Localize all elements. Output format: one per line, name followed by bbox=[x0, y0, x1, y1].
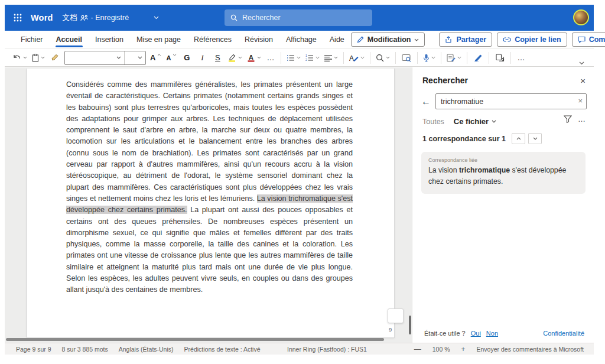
result-text: La vision trichromatique s'est développé… bbox=[428, 165, 578, 187]
chevron-down-icon bbox=[41, 56, 45, 59]
status-word-count[interactable]: 8 sur 3 885 mots bbox=[57, 346, 113, 353]
previous-match-button[interactable] bbox=[512, 133, 525, 144]
find-search-input[interactable] bbox=[435, 93, 587, 109]
undo-icon bbox=[12, 54, 21, 61]
tab-accueil[interactable]: Accueil bbox=[50, 31, 89, 48]
svg-text:A: A bbox=[349, 54, 354, 62]
tab-aide[interactable]: Aide bbox=[323, 31, 351, 48]
search-icon bbox=[230, 14, 238, 21]
chevron-down-icon bbox=[138, 56, 142, 59]
format-painter-button[interactable] bbox=[48, 51, 62, 65]
svg-text:A: A bbox=[249, 54, 253, 61]
font-overflow-button[interactable]: … bbox=[264, 53, 277, 62]
bullets-button[interactable] bbox=[285, 51, 302, 65]
title-chevron-down-icon[interactable] bbox=[154, 16, 159, 20]
status-page-count[interactable]: Page 9 sur 9 bbox=[11, 346, 57, 353]
underline-button[interactable]: S bbox=[210, 51, 225, 65]
chevron-down-icon bbox=[414, 38, 419, 41]
chevron-down-icon bbox=[533, 137, 538, 140]
font-size-select[interactable] bbox=[124, 51, 145, 64]
zoom-in-button[interactable]: + bbox=[456, 345, 471, 353]
numbering-button[interactable]: 12 bbox=[304, 51, 321, 65]
document-page[interactable]: Considérés comme des mammifères générali… bbox=[27, 69, 395, 338]
horizontal-scrollbar[interactable] bbox=[6, 338, 384, 341]
zoom-level[interactable]: 100 % bbox=[427, 346, 456, 353]
bold-button[interactable]: G bbox=[180, 51, 194, 65]
paragraph-text-after: La plupart ont aussi des pouces opposabl… bbox=[66, 206, 353, 294]
tab-affichage[interactable]: Affichage bbox=[279, 31, 323, 48]
filter-funnel-icon[interactable] bbox=[564, 115, 572, 123]
find-button[interactable] bbox=[374, 51, 392, 65]
chevron-down-icon bbox=[579, 61, 584, 65]
styles-button[interactable]: A bbox=[347, 51, 366, 65]
document-paragraph[interactable]: Considérés comme des mammifères générali… bbox=[66, 79, 353, 296]
scope-tab-all[interactable]: Toutes bbox=[422, 118, 444, 126]
dictate-button[interactable] bbox=[421, 51, 437, 65]
highlight-icon bbox=[227, 54, 236, 62]
document-title[interactable]: 文档 - Enregistré bbox=[63, 13, 129, 23]
tab-mise-en-page[interactable]: Mise en page bbox=[130, 31, 187, 48]
grow-font-button[interactable]: A bbox=[148, 51, 163, 65]
close-icon[interactable]: × bbox=[580, 76, 586, 85]
status-text-predictions[interactable]: Prédictions de texte : Activé bbox=[179, 346, 266, 353]
svg-text:1: 1 bbox=[305, 54, 307, 57]
font-controls bbox=[64, 51, 146, 65]
font-color-button[interactable]: A bbox=[245, 51, 263, 65]
tab-fichier[interactable]: Fichier bbox=[14, 31, 50, 48]
next-match-button[interactable] bbox=[528, 133, 542, 144]
vertical-scrollbar[interactable] bbox=[409, 316, 411, 334]
caret-up-icon bbox=[157, 54, 161, 56]
tab-references[interactable]: Références bbox=[187, 31, 238, 48]
send-feedback-link[interactable]: Envoyer des commentaires à Microsoft bbox=[471, 346, 589, 353]
back-arrow-icon[interactable]: ← bbox=[421, 96, 431, 107]
mode-dropdown-button[interactable]: Modification bbox=[351, 32, 425, 47]
caret-down-icon bbox=[173, 54, 177, 56]
editor-check-icon bbox=[447, 54, 456, 62]
alignment-button[interactable] bbox=[323, 51, 340, 65]
ribbon-collapse-button[interactable] bbox=[575, 60, 588, 66]
app-launcher-button[interactable] bbox=[5, 5, 31, 31]
align-icon bbox=[324, 54, 332, 61]
scope-tab-this-file[interactable]: Ce fichier bbox=[454, 117, 496, 126]
editor-check-button[interactable] bbox=[445, 51, 463, 65]
zoom-out-button[interactable]: — bbox=[408, 345, 427, 353]
bullets-icon bbox=[287, 54, 295, 61]
share-button[interactable]: Partager bbox=[439, 32, 492, 47]
account-avatar[interactable] bbox=[573, 9, 589, 25]
feedback-yes-link[interactable]: Oui bbox=[471, 330, 481, 337]
app-name[interactable]: Word bbox=[31, 13, 53, 22]
tab-insertion[interactable]: Insertion bbox=[89, 31, 130, 48]
topbar: Word 文档 - Enregistré Rechercher bbox=[5, 5, 594, 31]
find-panel: Rechercher × ← × Toutes Ce fichier bbox=[412, 67, 594, 343]
panel-more-icon[interactable]: … bbox=[578, 115, 586, 124]
feedback-no-link[interactable]: Non bbox=[486, 330, 498, 337]
clipboard-copy-button[interactable] bbox=[493, 51, 507, 65]
global-search-input[interactable]: Rechercher bbox=[225, 9, 372, 26]
editor-pen-button[interactable] bbox=[471, 51, 485, 65]
privacy-link[interactable]: Confidentialité bbox=[543, 330, 584, 337]
ribbon-overflow-button[interactable]: … bbox=[515, 53, 528, 62]
match-count: 1 correspondance sur 1 bbox=[422, 135, 506, 143]
font-name-select[interactable] bbox=[65, 51, 124, 64]
find-panel-header: Rechercher × bbox=[412, 67, 594, 89]
panel-footer: Était-ce utile ? Oui Non Confidentialité bbox=[412, 330, 594, 337]
italic-button[interactable]: I bbox=[195, 51, 209, 65]
text-highlight-button[interactable] bbox=[226, 51, 244, 65]
numbering-icon: 12 bbox=[305, 54, 314, 61]
reuse-files-icon bbox=[402, 54, 411, 62]
copy-link-button[interactable]: Copier le lien bbox=[497, 32, 567, 47]
scroll-page-tooltip[interactable] bbox=[388, 308, 404, 323]
svg-text:2: 2 bbox=[305, 58, 307, 61]
font-color-icon: A bbox=[247, 54, 255, 62]
comments-button[interactable]: Commentaires bbox=[572, 32, 605, 47]
undo-button[interactable] bbox=[11, 51, 29, 65]
status-language[interactable]: Anglais (États-Unis) bbox=[113, 346, 179, 353]
shrink-font-button[interactable]: A bbox=[164, 51, 178, 65]
find-panel-title: Rechercher bbox=[422, 76, 468, 85]
reuse-files-button[interactable] bbox=[399, 51, 414, 65]
tab-revision[interactable]: Révision bbox=[238, 31, 279, 48]
paste-button[interactable] bbox=[30, 51, 47, 65]
search-result-card[interactable]: Correspondance liée La vision trichromat… bbox=[421, 152, 586, 194]
global-search-placeholder: Rechercher bbox=[242, 14, 281, 22]
clear-search-icon[interactable]: × bbox=[578, 96, 583, 105]
